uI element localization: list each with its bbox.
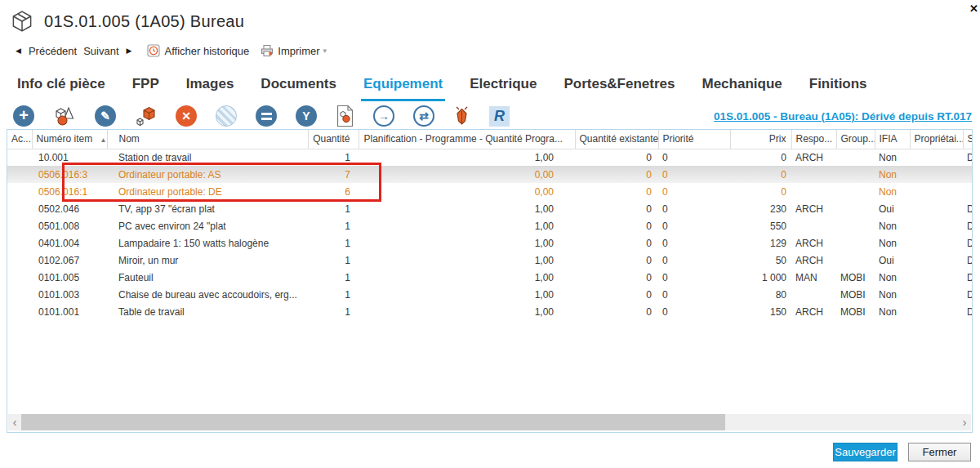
column-header-ifia[interactable]: IFIA <box>875 130 910 149</box>
tab-documents[interactable]: Documents <box>258 74 339 101</box>
tab-mechanique[interactable]: Mechanique <box>700 74 785 101</box>
column-header-quantite[interactable]: Quantité <box>308 130 359 149</box>
scrollbar-track[interactable] <box>725 414 958 430</box>
column-header-planification[interactable]: Planification - Programme - Quantité Pro… <box>359 130 575 149</box>
cell-priorite: 0 <box>658 286 730 303</box>
column-header-quantite-existante[interactable]: Quantité existante <box>575 130 658 149</box>
cell-existante: 0 <box>575 269 658 286</box>
cell-numero: 0401.004 <box>32 234 107 252</box>
cell-prix: 50 <box>730 252 791 269</box>
item-types-icon[interactable] <box>53 105 76 127</box>
cell-respo <box>791 217 836 234</box>
scrollbar-thumb[interactable] <box>21 414 725 430</box>
column-header-prix[interactable]: Prix <box>730 130 791 149</box>
column-header-statut[interactable]: Sta... <box>963 130 973 149</box>
cell-existante: 0 <box>575 149 658 166</box>
table-row[interactable]: 10.001Station de travail11,00000ARCHNonD… <box>7 149 973 166</box>
table-row[interactable]: 0101.001Table de travail11,0000150ARCHMO… <box>7 303 973 320</box>
add-item-icon[interactable]: + <box>13 105 34 127</box>
cell-quantite: 1 <box>308 286 359 303</box>
horizontal-scrollbar[interactable]: ‹ › <box>8 414 971 430</box>
cell-sta: De <box>963 303 973 320</box>
table-row[interactable]: 0502.046TV, app 37 "écran plat11,0000230… <box>7 200 973 217</box>
save-button[interactable]: Sauvegarder <box>833 443 898 461</box>
derived-room-link[interactable]: 01S.01.005 - Bureau (1A05): Dérivé depui… <box>714 110 972 123</box>
column-header-nom[interactable]: Nom <box>107 130 308 149</box>
column-header-priorite[interactable]: Priorité <box>658 130 730 149</box>
delete-item-icon[interactable]: ✕ <box>176 105 197 127</box>
tab-finitions[interactable]: Finitions <box>807 74 870 101</box>
cell-existante: 0 <box>575 252 658 269</box>
print-label: Imprimer <box>278 45 319 57</box>
navbar: ◀ Précédent Suivant ▶ Afficher historiqu… <box>11 42 327 59</box>
cell-ifia: Non <box>875 286 910 303</box>
cell-priorite: 0 <box>658 200 730 217</box>
table-row[interactable]: 0501.008PC avec environ 24 "plat11,00005… <box>7 217 973 234</box>
table-row[interactable]: 0102.067Miroir, un mur11,000050ARCHOuiDe <box>7 252 973 269</box>
scroll-left-icon[interactable]: ‹ <box>8 414 21 430</box>
equipment-toolbar: + ✎ ✕ Y <box>0 104 980 128</box>
table-row[interactable]: 0506.016:1Ordinateur portable: DE60,0000… <box>7 183 973 200</box>
cell-ac <box>7 286 32 303</box>
cell-ifia: Non <box>875 234 910 252</box>
cell-existante: 0 <box>575 217 658 234</box>
tab-portes-fenetres[interactable]: Portes&Fenetres <box>561 74 677 101</box>
cell-planification: 0,00 <box>359 183 575 200</box>
next-arrow-icon[interactable]: ▶ <box>127 47 132 55</box>
column-header-proprietaire[interactable]: Propriétai... <box>910 130 963 149</box>
revit-link-icon[interactable]: R <box>489 106 510 127</box>
cell-existante: 0 <box>575 183 658 200</box>
tab-equipement[interactable]: Equipement <box>361 74 445 101</box>
cell-ifia: Non <box>875 183 910 200</box>
cell-sta <box>963 183 973 200</box>
split-item-icon[interactable]: Y <box>296 105 317 127</box>
table-row[interactable]: 0101.003Chaise de bureau avec accoudoirs… <box>7 286 973 303</box>
next-button[interactable]: Suivant <box>83 45 118 57</box>
scroll-right-icon[interactable]: › <box>958 414 971 430</box>
table-row[interactable]: 0101.005Fauteuil11,00001 000MANMOBINonDe <box>7 269 973 286</box>
cell-respo: ARCH <box>791 234 836 252</box>
item-report-icon[interactable] <box>336 105 354 127</box>
close-icon[interactable]: ✕ <box>969 3 978 14</box>
column-header-responsable[interactable]: Respo... <box>791 130 836 149</box>
copy-item-icon[interactable] <box>135 105 157 127</box>
tab-fpp[interactable]: FPP <box>130 74 162 101</box>
cell-ifia: Oui <box>875 252 910 269</box>
cell-sta: De <box>963 269 973 286</box>
column-header-groupe[interactable]: Group... <box>836 130 875 149</box>
cell-ac <box>7 200 32 217</box>
column-header-actions[interactable]: Ac... <box>7 130 32 149</box>
tab-electrique[interactable]: Electrique <box>467 74 539 101</box>
cell-proprietaire <box>910 303 963 320</box>
cell-prix: 0 <box>730 166 791 183</box>
tab-info-cle-piece[interactable]: Info clé pièce <box>15 74 108 101</box>
cell-quantite: 1 <box>308 252 359 269</box>
print-button[interactable]: Imprimer ▾ <box>261 44 327 57</box>
tab-images[interactable]: Images <box>184 74 237 101</box>
table-row[interactable]: 0506.016:3Ordinateur portable: AS70,0000… <box>7 166 973 183</box>
prev-button[interactable]: Précédent <box>29 45 77 57</box>
cell-respo <box>791 166 836 183</box>
print-dropdown-icon[interactable]: ▾ <box>323 47 327 55</box>
show-history-button[interactable]: Afficher historique <box>147 44 249 57</box>
cell-ifia: Non <box>875 217 910 234</box>
debug-bug-icon[interactable] <box>453 106 470 126</box>
close-button[interactable]: Fermer <box>908 443 971 461</box>
cell-planification: 1,00 <box>359 217 575 234</box>
cell-ac <box>7 252 32 269</box>
remove-quantity-icon[interactable] <box>256 105 277 127</box>
printer-icon <box>261 44 274 57</box>
prev-arrow-icon[interactable]: ◀ <box>16 47 21 55</box>
cell-numero: 0101.005 <box>32 269 107 286</box>
cell-existante: 0 <box>575 166 658 183</box>
cell-priorite: 0 <box>658 183 730 200</box>
move-item-icon[interactable]: → <box>373 105 394 127</box>
cell-nom: Lampadaire 1: 150 watts halogène <box>107 234 308 252</box>
edit-item-icon[interactable]: ✎ <box>95 105 116 127</box>
table-row[interactable]: 0401.004Lampadaire 1: 150 watts halogène… <box>7 234 973 252</box>
cell-sta: De <box>963 234 973 252</box>
column-header-numero-item[interactable]: Numéro item ▲ <box>32 130 107 149</box>
cell-ifia: Non <box>875 166 910 183</box>
transfer-item-icon[interactable]: ⇄ <box>413 105 434 127</box>
cell-prix: 550 <box>730 217 791 234</box>
